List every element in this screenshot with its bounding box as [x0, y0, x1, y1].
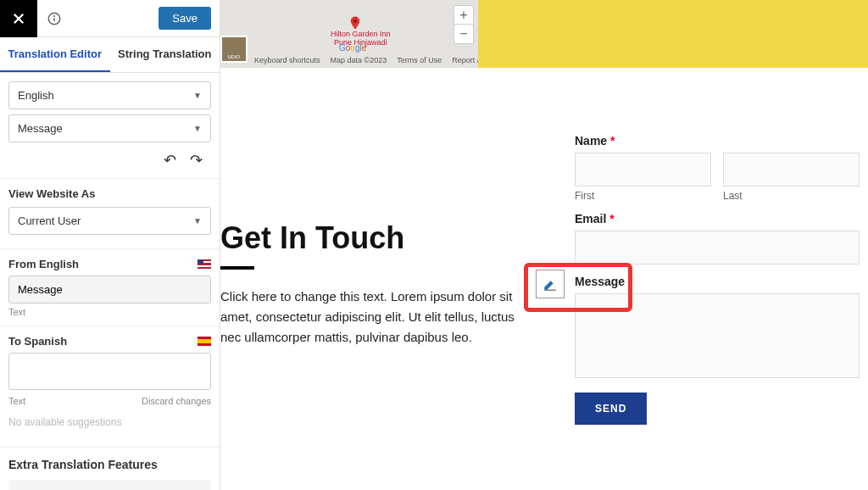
to-label: To Spanish — [8, 335, 67, 348]
item-select-value: Message — [18, 122, 63, 135]
view-as-value: Current User — [18, 214, 81, 227]
info-icon — [47, 11, 62, 26]
to-language-section: To Spanish Text Discard changes No avail… — [0, 326, 220, 448]
view-as-section: View Website As Current User ▼ — [0, 179, 220, 249]
undo-button[interactable]: ↶ — [164, 151, 176, 170]
language-select[interactable]: English ▼ — [8, 81, 211, 109]
map-pin-icon — [348, 15, 363, 31]
features-title: Extra Translation Features — [8, 458, 211, 471]
language-select-value: English — [18, 89, 54, 102]
contact-copy: Get In Touch Click here to change this t… — [220, 220, 526, 348]
yellow-banner — [478, 0, 868, 68]
page-preview: UDIO Hilton Garden Inn Pune Hinjawadi Go… — [220, 0, 868, 490]
features-box: Support for 221 Extra Languages Yoast SE… — [8, 480, 211, 490]
email-field-group: Email * — [575, 212, 860, 264]
name-field-group: Name * First Last — [575, 134, 860, 202]
email-label: Email * — [575, 212, 860, 226]
google-logo: Google — [339, 43, 366, 53]
tab-string-translation[interactable]: String Translation — [110, 37, 220, 72]
save-button[interactable]: Save — [159, 7, 211, 30]
info-button[interactable] — [37, 11, 71, 26]
item-select[interactable]: Message ▼ — [8, 114, 211, 142]
send-button[interactable]: SEND — [575, 393, 647, 425]
body-text[interactable]: Click here to change this text. Lorem ip… — [220, 287, 526, 348]
sidebar-header: Save — [0, 0, 220, 37]
view-as-label: View Website As — [8, 187, 211, 200]
flag-us-icon — [198, 259, 211, 269]
pencil-icon — [542, 276, 558, 292]
map-terms-link[interactable]: Terms of Use — [397, 56, 442, 64]
zoom-in-button[interactable]: + — [454, 6, 473, 25]
sidebar-tabs: Translation Editor String Translation — [0, 37, 220, 73]
map-data-text: Map data ©2023 — [331, 56, 387, 64]
close-icon — [11, 11, 26, 26]
last-name-input[interactable] — [723, 153, 860, 187]
satellite-thumb[interactable]: UDIO — [220, 36, 248, 63]
view-as-select[interactable]: Current User ▼ — [8, 207, 211, 235]
language-section: English ▼ Message ▼ ↶ ↷ — [0, 73, 220, 179]
extra-features-section: Extra Translation Features Support for 2… — [0, 448, 220, 490]
close-button[interactable] — [0, 0, 37, 37]
to-text-input[interactable] — [8, 353, 211, 390]
map-shortcuts-link[interactable]: Keyboard shortcuts — [254, 56, 320, 64]
chevron-down-icon: ▼ — [193, 216, 202, 226]
from-hint: Text — [8, 307, 211, 317]
zoom-out-button[interactable]: − — [454, 25, 473, 43]
heading-underline — [220, 266, 254, 270]
translation-sidebar: Save Translation Editor String Translati… — [0, 0, 220, 490]
name-label: Name * — [575, 134, 860, 148]
to-hint-text: Text — [8, 396, 25, 406]
last-sublabel: Last — [723, 190, 860, 202]
no-suggestions-text: No available suggestions — [8, 406, 211, 438]
flag-es-icon — [198, 337, 211, 346]
redo-button[interactable]: ↷ — [190, 151, 203, 170]
chevron-down-icon: ▼ — [193, 91, 202, 100]
map-widget[interactable]: UDIO Hilton Garden Inn Pune Hinjawadi Go… — [220, 0, 868, 68]
chevron-down-icon: ▼ — [193, 124, 202, 133]
contact-form: Name * First Last Email * Mes — [575, 134, 860, 425]
from-label: From English — [8, 258, 79, 270]
map-zoom-controls: + − — [453, 5, 474, 44]
translate-pencil-button[interactable] — [536, 270, 565, 298]
from-text-input[interactable] — [8, 276, 211, 303]
undo-redo-row: ↶ ↷ — [8, 148, 211, 170]
map-attribution: Keyboard shortcuts Map data ©2023 Terms … — [254, 56, 516, 64]
first-sublabel: First — [575, 190, 711, 202]
message-field-group: Message * — [575, 275, 860, 381]
to-hint: Text Discard changes — [8, 396, 211, 406]
discard-changes-link[interactable]: Discard changes — [142, 396, 211, 406]
svg-point-5 — [353, 19, 357, 23]
email-input[interactable] — [575, 231, 860, 264]
svg-point-4 — [54, 15, 55, 16]
page-heading[interactable]: Get In Touch — [220, 220, 526, 256]
tab-translation-editor[interactable]: Translation Editor — [0, 37, 110, 72]
first-name-input[interactable] — [575, 153, 711, 187]
from-language-section: From English Text — [0, 249, 220, 326]
